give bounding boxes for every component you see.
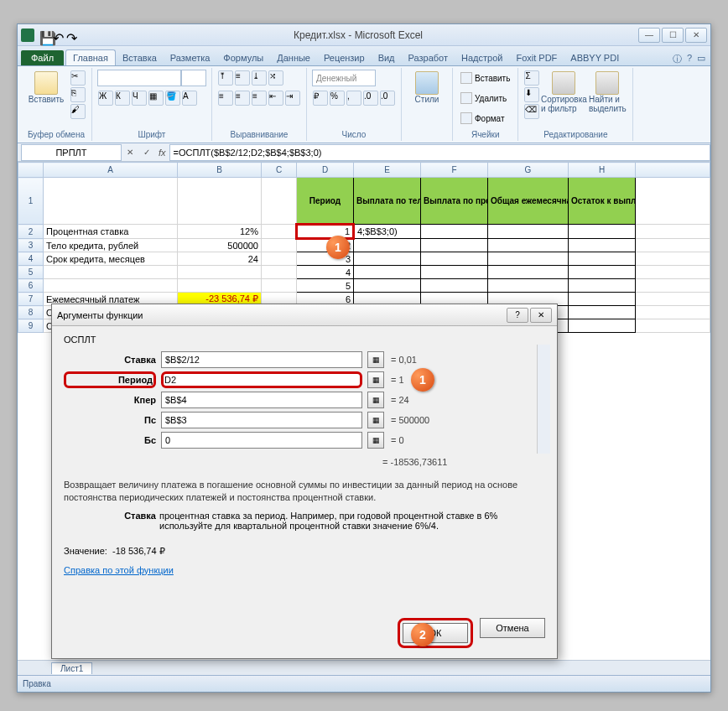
dialog-help-button[interactable]: ? bbox=[507, 308, 528, 323]
cell-b3[interactable]: 500000 bbox=[178, 239, 262, 252]
currency-button[interactable]: ₽ bbox=[313, 91, 328, 106]
tab-addins[interactable]: Надстрой bbox=[455, 50, 509, 65]
ribbon-options-icon[interactable]: ▭ bbox=[697, 53, 705, 65]
col-d[interactable]: D bbox=[297, 163, 354, 178]
fx-icon[interactable]: fx bbox=[159, 148, 166, 158]
cell-b4[interactable]: 24 bbox=[178, 252, 262, 266]
close-button[interactable]: ✕ bbox=[685, 28, 707, 43]
cell-d2[interactable]: 1 bbox=[297, 225, 354, 239]
col-e[interactable]: E bbox=[354, 163, 421, 178]
indent-dec[interactable]: ⇤ bbox=[268, 91, 283, 106]
tab-file[interactable]: Файл bbox=[21, 50, 64, 65]
number-format-combo[interactable]: Денежный bbox=[312, 70, 376, 86]
bold-button[interactable]: Ж bbox=[98, 91, 113, 106]
italic-button[interactable]: К bbox=[115, 91, 130, 106]
underline-button[interactable]: Ч bbox=[132, 91, 147, 106]
qat-redo-icon[interactable]: ↷ bbox=[66, 30, 76, 40]
paste-icon bbox=[34, 71, 58, 95]
align-top[interactable]: ⤒ bbox=[218, 70, 233, 86]
align-right[interactable]: ≡ bbox=[252, 91, 267, 106]
arg-grid: Ставка▦= 0,01 Период▦= 1 Кпер▦= 24 Пс▦= … bbox=[64, 351, 545, 449]
styles-button[interactable]: Стили bbox=[407, 70, 447, 106]
sort-filter-button[interactable]: Сортировка и фильтр bbox=[543, 70, 584, 115]
font-color-button[interactable]: A bbox=[182, 91, 197, 106]
enter-formula-icon[interactable]: ✓ bbox=[138, 144, 155, 161]
cell-a4[interactable]: Срок кредита, месяцев bbox=[44, 252, 178, 266]
tab-foxit[interactable]: Foxit PDF bbox=[509, 50, 564, 65]
align-bottom[interactable]: ⤓ bbox=[252, 70, 267, 86]
copy-icon[interactable]: ⎘ bbox=[70, 87, 86, 102]
tab-insert[interactable]: Вставка bbox=[116, 50, 164, 65]
col-h[interactable]: H bbox=[569, 163, 636, 178]
orientation[interactable]: ⤭ bbox=[268, 70, 283, 86]
font-size-combo[interactable] bbox=[181, 70, 206, 86]
fill-color-button[interactable]: 🪣 bbox=[165, 91, 180, 106]
cancel-button[interactable]: Отмена bbox=[480, 618, 545, 638]
col-g[interactable]: G bbox=[488, 163, 569, 178]
dialog-scrollbar[interactable] bbox=[537, 345, 550, 454]
align-left[interactable]: ≡ bbox=[218, 91, 233, 106]
tab-view[interactable]: Вид bbox=[372, 50, 402, 65]
border-button[interactable]: ▦ bbox=[148, 91, 164, 106]
format-cells-button[interactable]: Формат bbox=[458, 110, 507, 127]
col-a[interactable]: A bbox=[44, 163, 178, 178]
cancel-formula-icon[interactable]: ✕ bbox=[122, 144, 138, 161]
minimize-button[interactable]: — bbox=[638, 28, 660, 43]
cell-a2[interactable]: Процентная ставка bbox=[44, 225, 178, 239]
arg-fv-input[interactable] bbox=[161, 432, 362, 449]
col-f[interactable]: F bbox=[421, 163, 488, 178]
tab-review[interactable]: Рецензир bbox=[317, 50, 372, 65]
row-1[interactable]: 1 bbox=[18, 178, 44, 225]
find-select-button[interactable]: Найти и выделить bbox=[587, 70, 627, 115]
tab-abbyy[interactable]: ABBYY PDI bbox=[564, 50, 626, 65]
tab-data[interactable]: Данные bbox=[270, 50, 317, 65]
arg-rate-input[interactable] bbox=[161, 351, 362, 368]
dec-decimal[interactable]: .0 bbox=[380, 91, 395, 106]
align-center[interactable]: ≡ bbox=[235, 91, 250, 106]
percent-button[interactable]: % bbox=[330, 91, 345, 106]
sheet-tab-1[interactable]: Лист1 bbox=[51, 662, 92, 674]
maximize-button[interactable]: ☐ bbox=[662, 28, 684, 43]
arg-nper-ref-icon[interactable]: ▦ bbox=[367, 392, 384, 408]
name-box[interactable] bbox=[21, 144, 122, 161]
insert-cells-button[interactable]: Вставить bbox=[458, 70, 512, 86]
align-middle[interactable]: ≡ bbox=[235, 70, 250, 86]
col-c[interactable]: C bbox=[262, 163, 297, 178]
qat-undo-icon[interactable]: ↶ bbox=[53, 30, 63, 40]
select-all[interactable] bbox=[18, 163, 44, 178]
dialog-titlebar[interactable]: Аргументы функции ? ✕ bbox=[52, 304, 557, 326]
tab-home[interactable]: Главная bbox=[65, 49, 116, 65]
arg-fv-ref-icon[interactable]: ▦ bbox=[367, 432, 384, 449]
font-combo[interactable] bbox=[97, 70, 181, 86]
cell-a3[interactable]: Тело кредита, рублей bbox=[44, 239, 178, 252]
cell-e2[interactable]: 4;$B$3;0) bbox=[354, 225, 421, 239]
col-b[interactable]: B bbox=[178, 163, 262, 178]
arg-period-input[interactable] bbox=[161, 371, 362, 388]
arg-nper-input[interactable] bbox=[161, 392, 362, 408]
inc-decimal[interactable]: .0 bbox=[363, 91, 378, 106]
arg-nper-label: Кпер bbox=[64, 395, 156, 405]
formula-bar[interactable] bbox=[169, 144, 710, 161]
help-icon[interactable]: ? bbox=[687, 53, 692, 65]
format-painter-icon[interactable]: 🖌 bbox=[70, 104, 86, 119]
minimize-ribbon-icon[interactable]: ⓘ bbox=[673, 53, 682, 65]
indent-inc[interactable]: ⇥ bbox=[285, 91, 300, 106]
paste-button[interactable]: Вставить bbox=[26, 70, 66, 106]
tab-dev[interactable]: Разработ bbox=[402, 50, 455, 65]
autosum-button[interactable]: Σ bbox=[524, 70, 539, 86]
clear-button[interactable]: ⌫ bbox=[524, 104, 539, 119]
arg-rate-ref-icon[interactable]: ▦ bbox=[367, 351, 384, 368]
qat-save-icon[interactable]: 💾 bbox=[39, 30, 49, 40]
tab-layout[interactable]: Разметка bbox=[164, 50, 217, 65]
dialog-help-link[interactable]: Справка по этой функции bbox=[64, 565, 174, 575]
dialog-close-button[interactable]: ✕ bbox=[530, 308, 552, 323]
cut-icon[interactable]: ✂ bbox=[70, 70, 86, 86]
arg-pv-input[interactable] bbox=[161, 412, 362, 428]
fill-button[interactable]: ⬇ bbox=[524, 87, 539, 102]
arg-pv-ref-icon[interactable]: ▦ bbox=[367, 412, 384, 428]
comma-button[interactable]: , bbox=[346, 91, 361, 106]
cell-b2[interactable]: 12% bbox=[178, 225, 262, 239]
arg-period-ref-icon[interactable]: ▦ bbox=[367, 371, 384, 388]
delete-cells-button[interactable]: Удалить bbox=[458, 90, 509, 106]
tab-formulas[interactable]: Формулы bbox=[216, 50, 270, 65]
